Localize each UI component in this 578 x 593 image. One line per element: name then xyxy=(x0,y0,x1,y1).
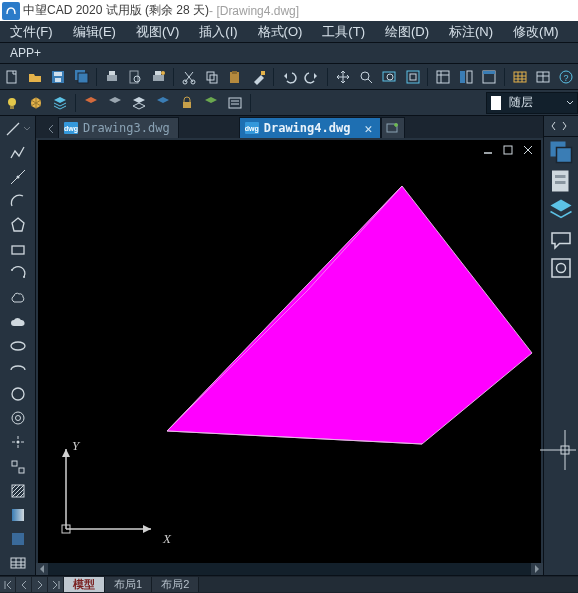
attach-icon[interactable] xyxy=(546,254,576,282)
rectangle-icon[interactable] xyxy=(1,238,35,262)
annotate-icon[interactable] xyxy=(546,225,576,253)
menu-tools[interactable]: 工具(T) xyxy=(312,23,375,41)
toolbar-right xyxy=(543,116,578,575)
menu-modify[interactable]: 修改(M) xyxy=(503,23,569,41)
layout-prev-icon[interactable] xyxy=(16,577,31,592)
design-center-icon[interactable] xyxy=(455,66,476,88)
preview-icon[interactable] xyxy=(125,66,146,88)
maximize-icon[interactable] xyxy=(501,144,515,156)
svg-rect-62 xyxy=(555,175,566,178)
minimize-icon[interactable] xyxy=(481,144,495,156)
close-viewport-icon[interactable] xyxy=(521,144,535,156)
svg-point-42 xyxy=(23,276,25,278)
menu-format[interactable]: 格式(O) xyxy=(248,23,313,41)
svg-point-47 xyxy=(16,441,19,444)
layout-last-icon[interactable] xyxy=(48,577,63,592)
help-icon[interactable]: ? xyxy=(556,66,577,88)
tab-label: Drawing4.dwg xyxy=(264,121,351,135)
paste-icon[interactable] xyxy=(225,66,246,88)
scroll-left-icon[interactable] xyxy=(36,563,48,575)
menu-ext[interactable]: 扩 xyxy=(569,23,578,41)
layer-state-icon[interactable] xyxy=(224,92,246,114)
line-icon[interactable] xyxy=(1,117,35,141)
layer-d-icon[interactable] xyxy=(152,92,174,114)
save-icon[interactable] xyxy=(48,66,69,88)
menu-edit[interactable]: 编辑(E) xyxy=(63,23,126,41)
tab-layout1[interactable]: 布局1 xyxy=(105,577,152,592)
redo-icon[interactable] xyxy=(302,66,323,88)
plot-icon[interactable] xyxy=(148,66,169,88)
menubar: 文件(F) 编辑(E) 视图(V) 插入(I) 格式(O) 工具(T) 绘图(D… xyxy=(0,21,578,43)
svg-rect-7 xyxy=(109,71,115,75)
hatch-icon[interactable] xyxy=(1,479,35,503)
layer-e-icon[interactable] xyxy=(200,92,222,114)
ellipse-icon[interactable] xyxy=(1,334,35,358)
close-icon[interactable]: ✕ xyxy=(364,121,372,136)
layout-next-icon[interactable] xyxy=(32,577,47,592)
tab-pager[interactable] xyxy=(544,116,578,137)
zoom-extents-icon[interactable] xyxy=(402,66,423,88)
donut-icon[interactable] xyxy=(1,406,35,430)
ucs-x-label: X xyxy=(163,531,171,547)
pan-icon[interactable] xyxy=(332,66,353,88)
xline-icon[interactable] xyxy=(1,165,35,189)
spline-icon[interactable] xyxy=(1,262,35,286)
menu-draw[interactable]: 绘图(D) xyxy=(375,23,439,41)
saveall-icon[interactable] xyxy=(71,66,92,88)
tab-scroll-left-icon[interactable] xyxy=(44,120,58,138)
table1-icon[interactable] xyxy=(509,66,530,88)
overlap-icon[interactable] xyxy=(546,138,576,166)
table2-icon[interactable] xyxy=(532,66,553,88)
region-icon[interactable] xyxy=(1,527,35,551)
layer-color-dropdown[interactable]: 随层 xyxy=(486,92,578,114)
new-icon[interactable] xyxy=(1,66,22,88)
table-icon[interactable] xyxy=(1,551,35,575)
open-icon[interactable] xyxy=(24,66,45,88)
layer-c-icon[interactable] xyxy=(128,92,150,114)
properties-icon[interactable] xyxy=(432,66,453,88)
layer-a-icon[interactable] xyxy=(80,92,102,114)
polygon-icon[interactable] xyxy=(1,213,35,237)
layout-first-icon[interactable] xyxy=(0,577,15,592)
undo-icon[interactable] xyxy=(278,66,299,88)
gradient-icon[interactable] xyxy=(1,503,35,527)
cloud-icon[interactable] xyxy=(1,310,35,334)
layer-freeze-icon[interactable] xyxy=(25,92,47,114)
print-icon[interactable] xyxy=(101,66,122,88)
menu-view[interactable]: 视图(V) xyxy=(126,23,189,41)
revcloud-icon[interactable] xyxy=(1,286,35,310)
toolbar-draw xyxy=(0,116,36,575)
layer-lock-icon[interactable] xyxy=(176,92,198,114)
matchprop-icon[interactable] xyxy=(248,66,269,88)
menu-insert[interactable]: 插入(I) xyxy=(189,23,247,41)
divide-icon[interactable] xyxy=(1,455,35,479)
arc-icon[interactable] xyxy=(1,189,35,213)
horizontal-scrollbar[interactable] xyxy=(36,563,543,575)
svg-rect-48 xyxy=(12,461,17,466)
zoom-realtime-icon[interactable] xyxy=(355,66,376,88)
tool-palette-icon[interactable] xyxy=(479,66,500,88)
menu-dim[interactable]: 标注(N) xyxy=(439,23,503,41)
layer-bulb-icon[interactable] xyxy=(1,92,23,114)
polyline-icon[interactable] xyxy=(1,141,35,165)
tab-layout2[interactable]: 布局2 xyxy=(152,577,199,592)
layer-b-icon[interactable] xyxy=(104,92,126,114)
copy-icon[interactable] xyxy=(201,66,222,88)
layer-manage-icon[interactable] xyxy=(49,92,71,114)
circle-icon[interactable] xyxy=(1,382,35,406)
ext-layers-icon[interactable] xyxy=(546,196,576,224)
zoom-window-icon[interactable] xyxy=(379,66,400,88)
cut-icon[interactable] xyxy=(178,66,199,88)
menu-file[interactable]: 文件(F) xyxy=(0,23,63,41)
svg-rect-5 xyxy=(78,73,88,83)
tab-drawing3[interactable]: dwg Drawing3.dwg xyxy=(58,117,179,138)
new-tab-button[interactable] xyxy=(381,117,405,138)
menu-app-plus[interactable]: APP+ xyxy=(0,43,578,64)
point-icon[interactable] xyxy=(1,430,35,454)
sheet-icon[interactable] xyxy=(546,167,576,195)
tab-model[interactable]: 模型 xyxy=(64,577,105,592)
drawing-viewport[interactable]: Y X xyxy=(38,140,541,563)
scroll-right-icon[interactable] xyxy=(531,563,543,575)
tab-drawing4[interactable]: dwg Drawing4.dwg ✕ xyxy=(239,117,382,138)
ellipse-arc-icon[interactable] xyxy=(1,358,35,382)
